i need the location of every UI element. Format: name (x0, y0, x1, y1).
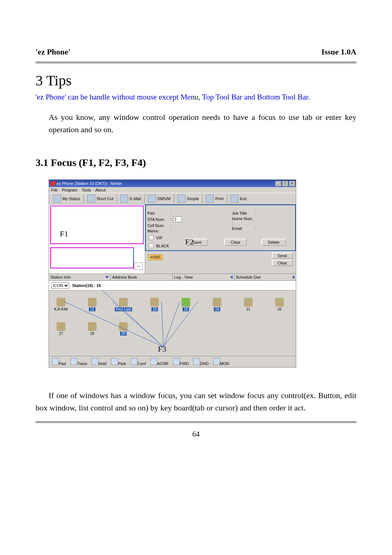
focus-f3-label: F3 (158, 344, 166, 354)
window-titlebar[interactable]: ez Phone (Station 10 (DKT)) - NeXer _ □ … (49, 180, 296, 187)
print-icon (206, 195, 214, 203)
phone-icon (275, 298, 284, 307)
station-count-label: Station(19) : 19 (72, 283, 101, 288)
trans-icon (70, 358, 77, 365)
station-grid-item[interactable]: 16 (177, 298, 194, 311)
bt-pad[interactable]: Pad (50, 358, 68, 366)
minimize-button[interactable]: _ (275, 181, 281, 186)
menu-program[interactable]: Program (62, 188, 77, 192)
tabs-row[interactable]: Station Info Address Book Log - View Sch… (49, 274, 296, 281)
station-grid-item[interactable]: 21 (240, 298, 257, 311)
bt-acnr[interactable]: ACNR (148, 358, 171, 366)
station-grid-item[interactable]: 26 (271, 298, 288, 311)
bt-fwd[interactable]: FWD (171, 358, 191, 366)
toolbar-mystatus[interactable]: My Status (50, 193, 83, 204)
email-icon (120, 195, 128, 203)
station-grid-item-label: First Last (115, 307, 132, 311)
station-grid-item[interactable]: K.R KIM (53, 298, 69, 311)
bt-trans[interactable]: Trans (68, 358, 90, 366)
station-grid-item[interactable]: 27 (53, 322, 69, 336)
tab-station-info-label: Station Info (50, 275, 71, 279)
station-grid-item[interactable]: 19 (209, 298, 225, 311)
paragraph-2: If one of windows has a window focus, yo… (36, 389, 356, 414)
phone-icon (88, 298, 97, 307)
bottom-toolbar[interactable]: Pad Trans Hold Park Conf ACNR FWD DND MO… (49, 356, 296, 367)
top-toolbar[interactable]: My Status Short Cut E-Mail SMS/M Simple … (49, 193, 296, 204)
bt-dnd[interactable]: DND (191, 358, 211, 366)
tab-station-info[interactable]: Station Info (49, 274, 111, 280)
delete-button[interactable]: Delete (261, 239, 286, 246)
toolbar-sms[interactable]: SMS/M (145, 193, 174, 204)
mystatus-icon (53, 195, 61, 203)
phone-icon (244, 298, 253, 307)
menu-about[interactable]: About (95, 188, 106, 192)
maximize-button[interactable]: □ (282, 181, 288, 186)
toolbar-print[interactable]: Print (203, 193, 227, 204)
bt-hold-label: Hold (98, 361, 107, 366)
tab-schedule-dial[interactable]: Schedule Dial (234, 274, 296, 280)
close-button[interactable]: × (289, 181, 295, 186)
station-grid-item[interactable]: 15 (146, 298, 163, 311)
tab-log-view-label: Log - View (174, 275, 193, 279)
focus-f2-label: F2 (185, 237, 193, 247)
toolbar-email[interactable]: E-Mail (117, 193, 144, 204)
issue-label: Issue 1.0A (321, 47, 356, 57)
tab-address-book[interactable]: Address Book (111, 274, 172, 280)
menu-tools[interactable]: Tools (82, 188, 91, 192)
bt-mon-label: MON (220, 361, 229, 366)
app-screenshot: ez Phone (Station 10 (DKT)) - NeXer _ □ … (49, 179, 296, 368)
product-name: 'ez Phone' (36, 47, 70, 57)
bt-fwd-label: FWD (180, 361, 189, 366)
toolbar-exit-label: Exit (240, 197, 246, 201)
toolbar-exit[interactable]: Exit (227, 193, 250, 204)
phone-icon (57, 298, 65, 307)
chevron-down-icon (105, 276, 109, 279)
mon-icon (213, 358, 220, 365)
menu-file[interactable]: File (51, 188, 58, 192)
station-grid-item[interactable]: First Last (115, 298, 132, 311)
arrow-right-button[interactable]: ⇨ (134, 263, 143, 270)
park-icon (111, 358, 118, 365)
toolbar-sms-label: SMS/M (158, 197, 171, 201)
toolbar-mystatus-label: My Status (62, 197, 80, 201)
toolbar-simple[interactable]: Simple (174, 193, 203, 204)
window-title: ez Phone (Station 10 (DKT)) - NeXer (57, 181, 122, 186)
bt-mon[interactable]: MON (211, 358, 232, 366)
right-pane[interactable]: Part: STA Num: Cell Num: Memo: VIP BLACK… (145, 204, 296, 274)
phone-icon (88, 322, 97, 331)
content-area: F1 ⇨ Part: STA Num: Cell Num: Memo: VIP … (49, 204, 296, 274)
footer-rule (36, 421, 356, 423)
sms-badge[interactable]: ✉SMS (148, 255, 163, 260)
paragraph-1: As you know, any window control operatio… (49, 111, 356, 136)
tab-log-view[interactable]: Log - View (173, 274, 234, 280)
clear-button[interactable]: Clear (224, 239, 247, 246)
heading-2: 3.1 Focus (F1, F2, F3, F4) (36, 157, 356, 169)
hold-icon (91, 358, 98, 365)
station-grid-item-label: 19 (214, 307, 220, 311)
station-grid-item[interactable]: 28 (84, 322, 101, 336)
bt-conf[interactable]: Conf (128, 358, 148, 366)
chevron-left-icon (292, 275, 294, 279)
bt-pad-label: Pad (59, 361, 66, 366)
toolbar-simple-label: Simple (187, 197, 199, 201)
phone-icon (119, 298, 128, 307)
page-number: 64 (36, 430, 356, 438)
bt-hold[interactable]: Hold (89, 358, 109, 366)
icon-select[interactable]: ICON (51, 282, 69, 289)
toolbar-shortcut[interactable]: Short Cut (84, 193, 117, 204)
station-icon-grid[interactable]: K.R KIM11First Last1516192126272829 F3 (49, 291, 296, 356)
station-bar: ICON Station(19) : 19 (49, 281, 296, 291)
intro-link-text: 'ez Phone' can be handle without mouse e… (36, 93, 356, 102)
left-pane[interactable]: F1 ⇨ (49, 204, 145, 274)
bt-park[interactable]: Park (109, 358, 128, 366)
sms-icon (148, 195, 156, 203)
page-header: 'ez Phone' Issue 1.0A (36, 47, 356, 57)
send-button[interactable]: Send (272, 252, 293, 259)
menu-bar[interactable]: File Program Tools About (49, 187, 296, 193)
station-grid-item[interactable]: 11 (84, 298, 101, 311)
tab-address-book-label: Address Book (112, 275, 137, 279)
bt-dnd-label: DND (200, 361, 209, 366)
dnd-icon (193, 358, 200, 365)
station-grid-item[interactable]: 29 (115, 322, 132, 336)
clear2-button[interactable]: Clear (272, 260, 293, 266)
